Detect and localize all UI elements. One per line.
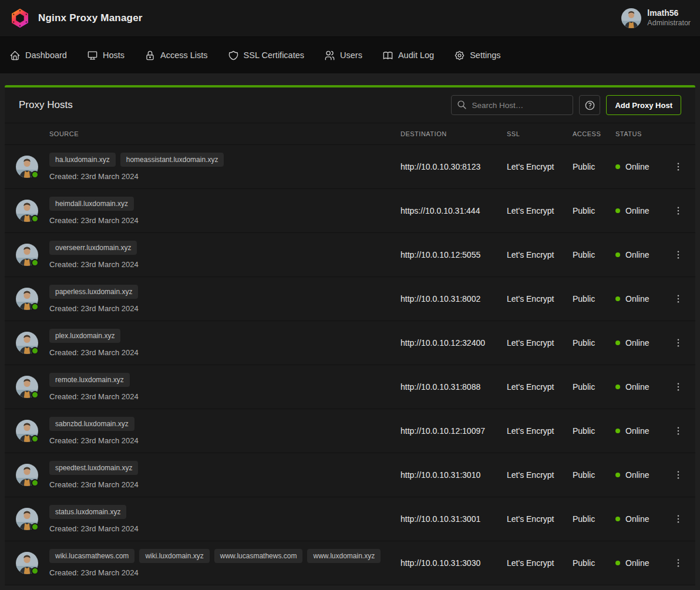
domain-tag: overseerr.luxdomain.xyz xyxy=(49,241,137,255)
status-text: Online xyxy=(625,338,649,348)
row-actions-menu-button[interactable] xyxy=(669,510,687,528)
domain-tags: sabnzbd.luxdomain.xyz xyxy=(49,417,401,431)
row-actions-menu-button[interactable] xyxy=(669,422,687,440)
table-row[interactable]: speedtest.luxdomain.xyz Created: 23rd Ma… xyxy=(5,453,695,497)
created-text: Created: 23rd March 2024 xyxy=(49,304,401,313)
ssl-text: Let's Encrypt xyxy=(507,294,573,304)
card-header: Proxy Hosts Add Proxy Host xyxy=(5,87,695,123)
row-avatar-cell xyxy=(5,552,49,574)
ssl-text: Let's Encrypt xyxy=(507,514,573,524)
online-dot-icon xyxy=(615,561,620,565)
access-text: Public xyxy=(573,250,615,259)
row-actions-menu-button[interactable] xyxy=(669,290,687,308)
search-input[interactable] xyxy=(451,95,573,115)
nav-label: Hosts xyxy=(103,50,124,60)
app-title: Nginx Proxy Manager xyxy=(38,12,143,24)
user-role: Administrator xyxy=(647,19,691,28)
shield-icon xyxy=(228,50,239,61)
owner-avatar xyxy=(16,200,38,222)
help-icon xyxy=(584,100,595,111)
avatar-status-dot xyxy=(31,303,39,311)
row-actions-menu-button[interactable] xyxy=(669,334,687,352)
main-content: Proxy Hosts Add Proxy Host SOURCE DESTIN… xyxy=(0,73,700,585)
row-actions-menu-button[interactable] xyxy=(669,466,687,484)
row-avatar-cell xyxy=(5,244,49,266)
status-text: Online xyxy=(625,162,649,171)
destination-text: https://10.0.10.31:444 xyxy=(401,206,507,215)
destination-text: http://10.0.10.12:5055 xyxy=(401,250,507,259)
nav-item-users[interactable]: Users xyxy=(324,50,362,61)
table-row[interactable]: paperless.luxdomain.xyz Created: 23rd Ma… xyxy=(5,277,695,321)
user-name: lmath56 xyxy=(647,8,691,19)
access-text: Public xyxy=(573,162,615,171)
online-dot-icon xyxy=(615,517,620,521)
online-dot-icon xyxy=(615,208,620,213)
nav-item-access-lists[interactable]: Access Lists xyxy=(144,50,208,61)
nav-label: Settings xyxy=(470,50,500,60)
nav-item-audit-log[interactable]: Audit Log xyxy=(382,50,434,61)
status-cell: Online xyxy=(615,514,669,524)
dots-vertical-icon xyxy=(673,514,684,524)
search-icon xyxy=(457,100,467,110)
row-actions-menu-button[interactable] xyxy=(669,378,687,396)
status-cell: Online xyxy=(615,558,669,568)
created-text: Created: 23rd March 2024 xyxy=(49,216,401,225)
online-dot-icon xyxy=(615,164,620,169)
table-row[interactable]: sabnzbd.luxdomain.xyz Created: 23rd Marc… xyxy=(5,409,695,453)
avatar-status-dot xyxy=(31,259,39,267)
help-button[interactable] xyxy=(579,95,600,115)
column-header-ssl: SSL xyxy=(507,130,573,137)
domain-tag: speedtest.luxdomain.xyz xyxy=(49,461,138,475)
row-actions-menu-button[interactable] xyxy=(669,158,687,176)
nav-item-ssl-certificates[interactable]: SSL Certificates xyxy=(228,50,304,61)
ssl-text: Let's Encrypt xyxy=(507,338,573,348)
domain-tag: sabnzbd.luxdomain.xyz xyxy=(49,417,134,431)
domain-tag: www.lucasmathews.com xyxy=(214,549,303,563)
avatar-status-dot xyxy=(31,435,39,443)
table-row[interactable]: heimdall.luxdomain.xyz Created: 23rd Mar… xyxy=(5,189,695,233)
created-text: Created: 23rd March 2024 xyxy=(49,348,401,357)
user-menu[interactable]: lmath56 Administrator xyxy=(621,8,691,28)
domain-tags: paperless.luxdomain.xyz xyxy=(49,285,401,299)
row-actions-menu-button[interactable] xyxy=(669,246,687,264)
destination-text: http://10.0.10.31:3010 xyxy=(401,470,507,480)
table-row[interactable]: overseerr.luxdomain.xyz Created: 23rd Ma… xyxy=(5,233,695,277)
dots-vertical-icon xyxy=(673,426,684,436)
status-text: Online xyxy=(625,294,649,304)
table-row[interactable]: plex.luxdomain.xyz Created: 23rd March 2… xyxy=(5,321,695,365)
created-text: Created: 23rd March 2024 xyxy=(49,172,401,181)
domain-tags: ha.luxdomain.xyzhomeassistant.luxdomain.… xyxy=(49,153,401,167)
row-actions-menu-button[interactable] xyxy=(669,202,687,220)
column-header-status: STATUS xyxy=(615,130,669,137)
ssl-text: Let's Encrypt xyxy=(507,382,573,392)
source-cell: remote.luxdomain.xyz Created: 23rd March… xyxy=(49,366,401,408)
online-dot-icon xyxy=(615,340,620,345)
nav-item-settings[interactable]: Settings xyxy=(454,50,500,61)
destination-text: http://10.0.10.12:10097 xyxy=(401,426,507,436)
table-row[interactable]: ha.luxdomain.xyzhomeassistant.luxdomain.… xyxy=(5,145,695,189)
nav-item-hosts[interactable]: Hosts xyxy=(87,50,124,61)
add-proxy-host-button[interactable]: Add Proxy Host xyxy=(606,95,681,115)
domain-tags: remote.luxdomain.xyz xyxy=(49,373,401,387)
source-cell: sabnzbd.luxdomain.xyz Created: 23rd Marc… xyxy=(49,410,401,452)
table-row[interactable]: wiki.lucasmathews.comwiki.luxdomain.xyzw… xyxy=(5,541,695,585)
access-text: Public xyxy=(573,514,615,524)
nav-item-dashboard[interactable]: Dashboard xyxy=(9,50,67,61)
domain-tags: speedtest.luxdomain.xyz xyxy=(49,461,401,475)
brand: Nginx Proxy Manager xyxy=(9,8,143,29)
destination-text: http://10.0.10.31:8002 xyxy=(401,294,507,304)
app-logo-icon xyxy=(9,8,31,29)
status-text: Online xyxy=(625,206,649,215)
online-dot-icon xyxy=(615,252,620,257)
row-actions-menu-button[interactable] xyxy=(669,554,687,572)
domain-tag: homeassistant.luxdomain.xyz xyxy=(120,153,224,167)
nav-label: Access Lists xyxy=(160,50,208,60)
table-row[interactable]: remote.luxdomain.xyz Created: 23rd March… xyxy=(5,365,695,409)
dots-vertical-icon xyxy=(673,250,684,260)
created-text: Created: 23rd March 2024 xyxy=(49,480,401,489)
table-row[interactable]: status.luxdomain.xyz Created: 23rd March… xyxy=(5,497,695,541)
destination-text: http://10.0.10.31:3001 xyxy=(401,514,507,524)
avatar-status-dot xyxy=(31,171,39,178)
access-text: Public xyxy=(573,426,615,436)
domain-tag: www.luxdomain.xyz xyxy=(307,549,381,563)
